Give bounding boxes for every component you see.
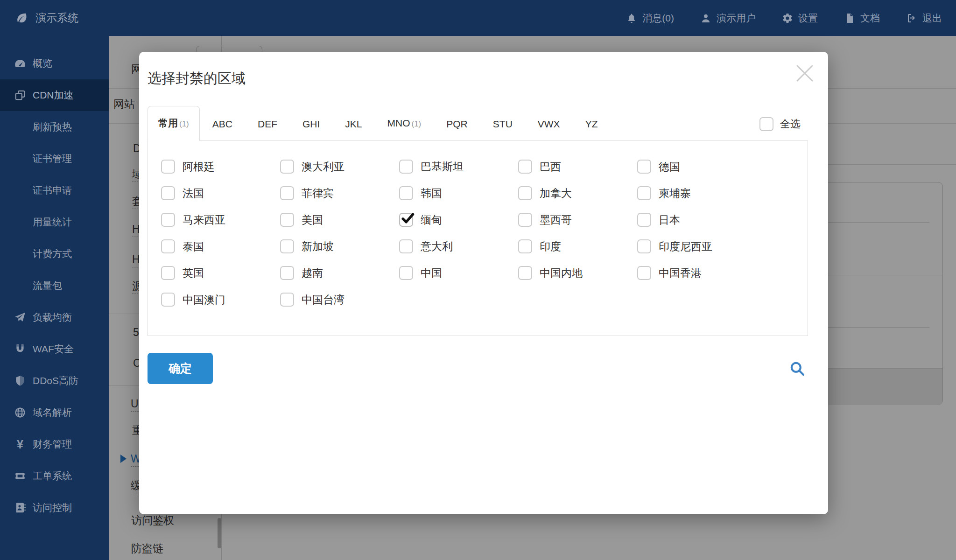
region-checkbox-item[interactable]: 缅甸 [399,213,518,227]
region-label: 澳大利亚 [302,160,344,174]
checkbox-checked[interactable] [399,213,413,227]
checkbox[interactable] [399,239,413,253]
checkbox[interactable] [280,186,294,200]
checkbox[interactable] [280,266,294,280]
sidebar-item-cert-manage[interactable]: 证书管理 [0,143,109,175]
nav-item-user[interactable]: 演示用户 [700,12,756,25]
region-checkbox-item[interactable]: 柬埔寨 [637,186,756,200]
region-checkbox-item[interactable]: 澳大利亚 [280,160,399,174]
checkbox[interactable] [399,186,413,200]
tab-common[interactable]: 常用(1) [148,106,200,141]
select-all-checkbox[interactable]: 全选 [759,117,801,131]
checkbox[interactable] [161,266,175,280]
region-checkbox-item[interactable]: 美国 [280,213,399,227]
region-checkbox-item[interactable]: 德国 [637,160,756,174]
sidebar-item-traffic-package[interactable]: 流量包 [0,270,109,301]
checkbox[interactable] [280,160,294,174]
checkbox[interactable] [518,186,532,200]
nav-item-label: 退出 [922,12,942,25]
region-checkbox-item[interactable]: 中国台湾 [280,293,399,307]
checkbox[interactable] [161,293,175,307]
checkbox[interactable] [161,160,175,174]
nav-item-messages[interactable]: 消息(0) [626,12,674,25]
region-label: 中国 [421,266,442,280]
tab-abc[interactable]: ABC [200,107,245,140]
tab-label: JKL [345,119,362,129]
sidebar-item-refresh-preheat[interactable]: 刷新预热 [0,111,109,143]
checkbox[interactable] [637,266,651,280]
sidebar-item-access-control[interactable]: 访问控制 [0,492,109,524]
tab-jkl[interactable]: JKL [332,107,374,140]
checkbox[interactable] [518,213,532,227]
checkbox[interactable] [637,239,651,253]
region-checkbox-item[interactable]: 菲律宾 [280,186,399,200]
region-checkbox-item[interactable]: 巴西 [518,160,637,174]
sidebar-item-usage-stats[interactable]: 用量统计 [0,206,109,238]
sidebar-item-waf[interactable]: WAF安全 [0,333,109,365]
region-checkbox-item[interactable]: 中国香港 [637,266,756,280]
tab-mno[interactable]: MNO(1) [375,106,434,140]
checkbox[interactable] [161,186,175,200]
nav-item-logout[interactable]: 退出 [906,12,942,25]
sidebar-item-cert-apply[interactable]: 证书申请 [0,175,109,206]
sidebar-item-cdn[interactable]: CDN加速 [0,79,109,111]
close-icon[interactable] [794,62,816,84]
sidebar-item-finance[interactable]: ¥ 财务管理 [0,428,109,460]
region-checkbox-item[interactable]: 英国 [161,266,280,280]
region-checkbox-item[interactable]: 巴基斯坦 [399,160,518,174]
nav-item-docs[interactable]: 文档 [844,12,880,25]
region-checkbox-item[interactable]: 越南 [280,266,399,280]
region-checkbox-item[interactable]: 阿根廷 [161,160,280,174]
region-checkbox-item[interactable]: 中国 [399,266,518,280]
nav-item-settings[interactable]: 设置 [782,12,818,25]
checkbox[interactable] [280,213,294,227]
region-checkbox-item[interactable]: 泰国 [161,239,280,253]
checkbox[interactable] [161,213,175,227]
sidebar-item-overview[interactable]: 概览 [0,48,109,79]
tab-ghi[interactable]: GHI [290,107,332,140]
sidebar-item-dns[interactable]: 域名解析 [0,397,109,428]
region-checkbox-item[interactable]: 中国内地 [518,266,637,280]
checkbox[interactable] [399,160,413,174]
region-label: 日本 [659,213,680,227]
confirm-button[interactable]: 确定 [148,353,213,384]
sidebar-item-tickets[interactable]: 工单系统 [0,460,109,492]
tab-def[interactable]: DEF [245,107,290,140]
tab-pqr[interactable]: PQR [434,107,480,140]
region-checkbox-item[interactable]: 中国澳门 [161,293,280,307]
checkbox[interactable] [759,117,773,131]
checkbox[interactable] [280,293,294,307]
tab-label: PQR [446,119,468,129]
region-checkbox-item[interactable]: 印度尼西亚 [637,239,756,253]
brand[interactable]: 演示系统 [0,11,78,25]
logout-icon [906,13,917,24]
region-checkbox-item[interactable]: 墨西哥 [518,213,637,227]
region-checkbox-item[interactable]: 马来西亚 [161,213,280,227]
region-checkbox-item[interactable]: 新加坡 [280,239,399,253]
checkbox[interactable] [161,239,175,253]
checkbox[interactable] [637,160,651,174]
checkbox[interactable] [280,239,294,253]
checkbox[interactable] [518,239,532,253]
region-checkbox-item[interactable]: 加拿大 [518,186,637,200]
region-checkbox-item[interactable]: 意大利 [399,239,518,253]
region-checkbox-item[interactable]: 韩国 [399,186,518,200]
checkbox[interactable] [518,160,532,174]
search-icon[interactable] [788,360,806,378]
region-checkbox-item[interactable]: 日本 [637,213,756,227]
sidebar-item-label: DDoS高防 [33,374,78,387]
tab-yz[interactable]: YZ [573,107,611,140]
tab-stu[interactable]: STU [480,107,525,140]
region-label: 巴西 [540,160,561,174]
checkbox[interactable] [637,186,651,200]
region-checkbox-item[interactable]: 法国 [161,186,280,200]
sidebar-item-billing[interactable]: 计费方式 [0,238,109,270]
checkbox[interactable] [518,266,532,280]
sidebar-item-label: 计费方式 [33,247,72,260]
region-checkbox-item[interactable]: 印度 [518,239,637,253]
checkbox[interactable] [637,213,651,227]
checkbox[interactable] [399,266,413,280]
sidebar-item-ddos[interactable]: DDoS高防 [0,365,109,397]
sidebar-item-load-balance[interactable]: 负载均衡 [0,301,109,333]
tab-vwx[interactable]: VWX [525,107,573,140]
